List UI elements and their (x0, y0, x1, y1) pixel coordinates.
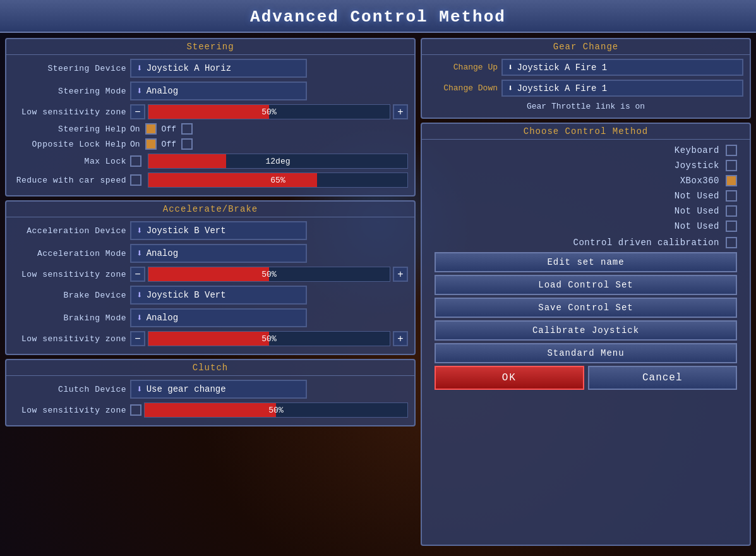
accel-mode-dropdown[interactable]: ⬇ Analog (130, 244, 307, 263)
brake-low-sens-row: Low sensitivity zone − 50% + (13, 331, 408, 346)
cm-xbox360-label: XBox360 (680, 176, 719, 186)
clutch-device-label: Clutch Device (13, 385, 126, 394)
cm-notused2-checkbox[interactable] (726, 205, 737, 217)
accel-device-dropdown[interactable]: ⬇ Joystick B Vert (130, 221, 307, 240)
reduce-speed-checkbox[interactable] (130, 174, 141, 186)
accel-brake-title: Accelerate/Brake (6, 202, 414, 217)
cm-notused1-label: Not Used (675, 191, 719, 201)
steering-mode-value: Analog (147, 86, 178, 96)
change-up-value: Joystick A Fire 1 (517, 63, 607, 73)
steering-title: Steering (6, 39, 414, 55)
opposite-lock-row: Opposite Lock Help On Off (13, 138, 408, 150)
steering-low-sens-minus[interactable]: − (130, 104, 145, 119)
change-down-row: Change Down ⬇ Joystick A Fire 1 (428, 80, 743, 97)
steering-body: Steering Device ⬇ Joystick A Horiz Steer… (6, 55, 414, 195)
dropdown-arrow-icon: ⬇ (136, 311, 143, 324)
brake-low-sens-slider: − 50% + (130, 331, 408, 346)
cm-notused2-row: Not Used (435, 205, 737, 217)
accel-mode-label: Acceleration Mode (13, 249, 126, 258)
gear-change-section: Gear Change Change Up ⬇ Joystick A Fire … (421, 38, 751, 119)
accel-low-sens-plus[interactable]: + (393, 267, 408, 282)
brake-low-sens-bar[interactable]: 50% (148, 331, 390, 346)
clutch-body: Clutch Device ⬇ Use gear change Low sens… (6, 376, 414, 425)
accel-low-sens-label: Low sensitivity zone (13, 270, 126, 279)
right-panel: Gear Change Change Up ⬇ Joystick A Fire … (421, 38, 751, 546)
control-method-title: Choose Control Method (422, 124, 750, 140)
opposite-lock-toggle: On Off (130, 138, 193, 150)
dropdown-arrow-icon: ⬇ (508, 83, 513, 94)
edit-set-name-button[interactable]: Edit set name (435, 252, 737, 272)
cm-joystick-label: Joystick (675, 160, 719, 171)
max-lock-checkbox[interactable] (130, 155, 141, 167)
dropdown-arrow-icon: ⬇ (136, 85, 143, 97)
gear-change-title: Gear Change (422, 39, 750, 55)
ok-button[interactable]: OK (435, 366, 584, 390)
accel-device-value: Joystick B Vert (147, 226, 226, 236)
steering-help-off-checkbox[interactable] (181, 123, 193, 135)
steering-low-sens-bar[interactable]: 50% (148, 104, 390, 119)
change-up-dropdown[interactable]: ⬇ Joystick A Fire 1 (501, 59, 743, 76)
clutch-device-row: Clutch Device ⬇ Use gear change (13, 380, 408, 399)
accel-low-sens-bar[interactable]: 50% (148, 267, 390, 282)
change-up-row: Change Up ⬇ Joystick A Fire 1 (428, 59, 743, 76)
brake-low-sens-value: 50% (148, 332, 390, 346)
cm-calibration-row: Control driven calibration (435, 237, 737, 248)
cm-xbox360-checkbox[interactable] (726, 175, 737, 186)
brake-low-sens-minus[interactable]: − (130, 331, 145, 346)
calibrate-joystick-button[interactable]: Calibrate Joystick (435, 320, 737, 341)
cm-xbox360-row: XBox360 (435, 175, 737, 186)
brake-device-dropdown[interactable]: ⬇ Joystick B Vert (130, 286, 307, 305)
cancel-button[interactable]: Cancel (588, 366, 738, 390)
opposite-lock-off-label: Off (162, 140, 176, 149)
accel-low-sens-minus[interactable]: − (130, 267, 145, 282)
brake-device-row: Brake Device ⬇ Joystick B Vert (13, 286, 408, 305)
title-bar: Advanced Control Method (0, 0, 756, 33)
steering-mode-dropdown[interactable]: ⬇ Analog (130, 82, 307, 100)
accel-low-sens-slider: − 50% + (130, 267, 408, 282)
steering-mode-row: Steering Mode ⬇ Analog (13, 82, 408, 100)
steering-help-toggle: On Off (130, 123, 193, 135)
clutch-low-sens-value: 50% (145, 403, 407, 417)
clutch-low-sens-checkbox[interactable] (130, 404, 141, 416)
steering-low-sens-plus[interactable]: + (393, 104, 408, 119)
brake-device-label: Brake Device (13, 291, 126, 300)
brake-low-sens-label: Low sensitivity zone (13, 334, 126, 344)
clutch-device-value: Use gear change (147, 384, 226, 394)
clutch-device-dropdown[interactable]: ⬇ Use gear change (130, 380, 307, 399)
steering-help-on-checkbox[interactable] (145, 123, 157, 135)
main-content: Steering Steering Device ⬇ Joystick A Ho… (0, 33, 756, 551)
cm-keyboard-checkbox[interactable] (726, 145, 737, 156)
clutch-title: Clutch (6, 360, 414, 376)
steering-device-label: Steering Device (13, 64, 126, 73)
steering-help-on-label: On (130, 124, 140, 134)
accel-device-label: Acceleration Device (13, 226, 126, 236)
opposite-lock-off-checkbox[interactable] (181, 138, 193, 150)
action-buttons: Edit set name Load Control Set Save Cont… (435, 252, 737, 363)
cm-notused3-checkbox[interactable] (726, 221, 737, 232)
cm-joystick-checkbox[interactable] (726, 160, 737, 171)
opposite-lock-on-checkbox[interactable] (145, 138, 157, 150)
cm-calibration-checkbox[interactable] (726, 237, 737, 248)
clutch-low-sens-slider: 50% (130, 402, 408, 418)
clutch-section: Clutch Clutch Device ⬇ Use gear change L… (5, 359, 416, 426)
change-down-dropdown[interactable]: ⬇ Joystick A Fire 1 (501, 80, 743, 97)
cm-keyboard-row: Keyboard (435, 145, 737, 156)
max-lock-bar[interactable]: 12deg (148, 154, 408, 169)
load-control-set-button[interactable]: Load Control Set (435, 275, 737, 295)
cm-notused1-checkbox[interactable] (726, 190, 737, 202)
accel-device-row: Acceleration Device ⬇ Joystick B Vert (13, 221, 408, 240)
save-control-set-button[interactable]: Save Control Set (435, 298, 737, 318)
gear-link-text: Gear Throttle link is on (428, 100, 743, 114)
standard-menu-button[interactable]: Standard Menu (435, 343, 737, 363)
reduce-speed-value: 65% (148, 173, 407, 187)
steering-low-sens-value: 50% (148, 105, 390, 119)
brake-mode-dropdown[interactable]: ⬇ Analog (130, 308, 307, 327)
steering-device-dropdown[interactable]: ⬇ Joystick A Horiz (130, 59, 307, 78)
accel-brake-section: Accelerate/Brake Acceleration Device ⬇ J… (5, 200, 416, 355)
brake-mode-label: Braking Mode (13, 313, 126, 323)
reduce-speed-bar[interactable]: 65% (148, 172, 408, 188)
brake-low-sens-plus[interactable]: + (393, 331, 408, 346)
cm-notused3-label: Not Used (675, 221, 719, 231)
opposite-lock-label: Opposite Lock Help (13, 140, 126, 149)
clutch-low-sens-bar[interactable]: 50% (144, 402, 408, 418)
